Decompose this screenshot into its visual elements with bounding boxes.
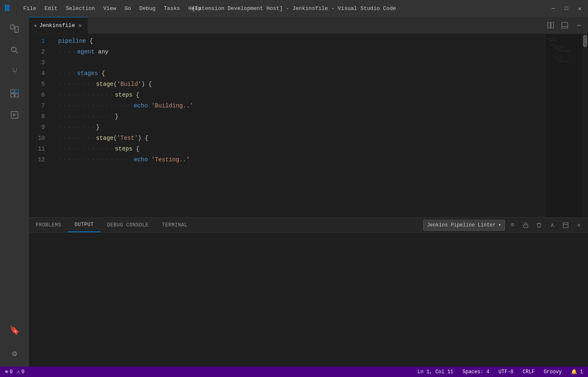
code-line-3: [58, 57, 545, 68]
svg-rect-13: [551, 22, 554, 28]
status-errors[interactable]: ⊗ 0 ⚠ 0: [3, 369, 26, 375]
panel-tab-debug-console[interactable]: DEBUG CONSOLE: [100, 218, 155, 232]
panel-content: [29, 233, 588, 367]
tab-list: ◈ Jenkinsfile ✕: [29, 17, 88, 34]
bell-icon: 🔔: [571, 369, 577, 375]
panel-close-icon[interactable]: ✕: [573, 219, 585, 231]
titlebar: Ⅲ File Edit Selection View Go Debug Task…: [0, 0, 588, 17]
panel-lock-icon[interactable]: [520, 219, 532, 231]
code-line-4: ···· stages {: [58, 68, 545, 79]
line-numbers: 1 2 3 4 5 6 7 8 9 10 11 12: [29, 34, 58, 217]
editor-scrollbar[interactable]: [582, 34, 588, 217]
tab-close-button[interactable]: ✕: [77, 21, 82, 30]
status-spaces[interactable]: Spaces: 4: [461, 369, 491, 375]
panel-maximize-icon[interactable]: [560, 219, 571, 231]
status-position[interactable]: Ln 1, Col 11: [416, 369, 455, 375]
menu-tasks[interactable]: Tasks: [161, 5, 184, 12]
code-line-10: ········ stage('Test') {: [58, 133, 545, 144]
tab-file-icon: ◈: [34, 23, 37, 28]
svg-rect-4: [11, 90, 14, 93]
menu-go[interactable]: Go: [121, 5, 135, 12]
window-controls: — □ ✕: [549, 5, 584, 13]
status-line-ending[interactable]: CRLF: [521, 369, 537, 375]
close-button[interactable]: ✕: [576, 5, 584, 13]
tab-actions: ⋯: [545, 17, 588, 34]
status-language[interactable]: Groovy: [542, 369, 563, 375]
menu-debug[interactable]: Debug: [136, 5, 159, 12]
panel-tab-list: PROBLEMS OUTPUT DEBUG CONSOLE TERMINAL: [29, 218, 194, 232]
tab-label: Jenkinsfile: [39, 22, 75, 29]
code-line-8: ············ }: [58, 111, 545, 122]
panel-word-wrap-icon[interactable]: ≡: [507, 219, 518, 231]
svg-rect-7: [15, 94, 18, 97]
tab-jenkinsfile[interactable]: ◈ Jenkinsfile ✕: [29, 17, 88, 34]
code-line-1: pipeline {: [58, 36, 545, 46]
svg-rect-14: [562, 22, 568, 28]
activity-explorer-icon[interactable]: [5, 19, 24, 39]
panel-source-dropdown[interactable]: Jenkins Pipeline Linter ▾: [423, 220, 505, 231]
status-right: Ln 1, Col 11 Spaces: 4 UTF-8 CRLF Groovy…: [416, 369, 585, 375]
panel-tab-output[interactable]: OUTPUT: [68, 218, 100, 232]
panel-tab-terminal[interactable]: TERMINAL: [155, 218, 194, 232]
status-left: ⊗ 0 ⚠ 0: [3, 369, 26, 375]
status-bar: ⊗ 0 ⚠ 0 Ln 1, Col 11 Spaces: 4 UTF-8 CRL…: [0, 367, 588, 377]
panel-controls: Jenkins Pipeline Linter ▾ ≡: [423, 218, 588, 232]
code-line-11: ············ steps {: [58, 144, 545, 154]
toggle-panel-icon[interactable]: [559, 19, 571, 31]
status-notifications[interactable]: 🔔 1: [569, 369, 585, 375]
window-title: [Extension Development Host] - Jenkinsfi…: [192, 5, 396, 12]
code-line-12: ················ echo 'Testing..': [58, 154, 545, 165]
panel-tabs: PROBLEMS OUTPUT DEBUG CONSOLE TERMINAL J…: [29, 218, 588, 233]
vscode-logo-icon: Ⅲ: [4, 3, 10, 14]
code-line-7: ················ echo 'Building..': [58, 100, 545, 111]
activity-run-icon[interactable]: [5, 105, 24, 125]
activity-extensions-icon[interactable]: [5, 83, 24, 103]
panel-tab-problems[interactable]: PROBLEMS: [29, 218, 68, 232]
svg-rect-17: [563, 223, 568, 228]
main-layout: ⑂ 🔖 ⚙ ◈ J: [0, 17, 588, 367]
menu-file[interactable]: File: [20, 5, 39, 12]
activity-bookmarks-icon[interactable]: 🔖: [5, 320, 24, 340]
svg-rect-5: [15, 90, 18, 93]
activity-search-icon[interactable]: [5, 40, 24, 60]
tab-bar: ◈ Jenkinsfile ✕ ⋯: [29, 17, 588, 34]
notification-count: 1: [580, 369, 583, 375]
error-icon: ⊗: [5, 369, 8, 375]
panel-scroll-up-icon[interactable]: ∧: [546, 219, 558, 231]
activity-settings-icon[interactable]: ⚙: [5, 343, 24, 363]
editor-area: ◈ Jenkinsfile ✕ ⋯: [29, 17, 588, 367]
menu-selection[interactable]: Selection: [62, 5, 98, 12]
code-line-2: ···· agent any: [58, 46, 545, 57]
maximize-button[interactable]: □: [562, 5, 571, 13]
svg-rect-6: [11, 94, 14, 97]
panel-clear-icon[interactable]: [533, 219, 545, 231]
error-count: 0: [10, 369, 12, 375]
svg-line-11: [13, 115, 16, 116]
minimap: pipeline { agent any stages { stage('Bui…: [545, 34, 582, 217]
svg-rect-1: [15, 27, 18, 32]
minimize-button[interactable]: —: [549, 5, 558, 13]
dropdown-arrow-icon: ▾: [498, 222, 501, 228]
warning-icon: ⚠: [17, 369, 20, 375]
code-line-6: ············ steps {: [58, 90, 545, 100]
code-editor[interactable]: 1 2 3 4 5 6 7 8 9 10 11 12 p: [29, 34, 588, 217]
code-line-9: ········ }: [58, 122, 545, 133]
bottom-panel: PROBLEMS OUTPUT DEBUG CONSOLE TERMINAL J…: [29, 217, 588, 367]
svg-rect-12: [548, 22, 550, 28]
menu-edit[interactable]: Edit: [41, 5, 61, 12]
warning-count: 0: [22, 369, 24, 375]
split-editor-icon[interactable]: [545, 19, 556, 31]
activity-bar: ⑂ 🔖 ⚙: [0, 17, 29, 367]
svg-line-3: [16, 51, 18, 54]
svg-point-2: [12, 47, 16, 52]
menu-view[interactable]: View: [100, 5, 120, 12]
svg-rect-16: [524, 225, 528, 228]
svg-line-10: [13, 114, 16, 115]
svg-rect-0: [11, 25, 14, 29]
status-encoding[interactable]: UTF-8: [497, 369, 515, 375]
activity-source-control-icon[interactable]: ⑂: [5, 62, 24, 82]
svg-rect-8: [11, 112, 18, 119]
code-content: pipeline { ···· agent any ···· stages {: [58, 34, 545, 217]
more-actions-icon[interactable]: ⋯: [573, 19, 585, 31]
code-line-5: ········ stage('Build') {: [58, 79, 545, 90]
